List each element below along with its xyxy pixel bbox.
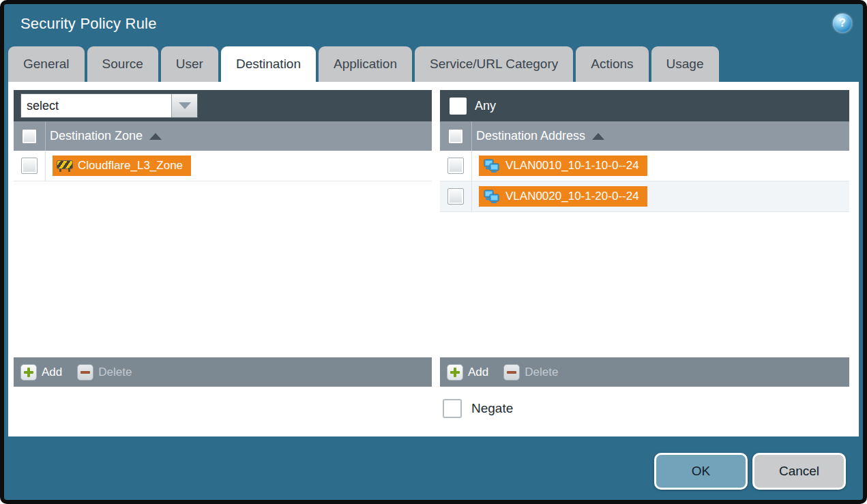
zone-item[interactable]: Cloudflare_L3_Zone bbox=[53, 155, 191, 176]
tab-application[interactable]: Application bbox=[319, 46, 412, 82]
address-row-checkbox[interactable] bbox=[447, 188, 464, 205]
address-column-header: Destination Address bbox=[440, 121, 849, 151]
sort-ascending-icon[interactable] bbox=[592, 133, 604, 140]
address-delete-button[interactable]: Delete bbox=[503, 364, 558, 381]
tab-usage[interactable]: Usage bbox=[651, 46, 719, 82]
zone-panel-footer: Add Delete bbox=[14, 357, 432, 387]
panels: select Destination Zone bbox=[8, 82, 859, 387]
zone-add-label: Add bbox=[42, 366, 62, 379]
destination-zone-panel: select Destination Zone bbox=[14, 90, 432, 387]
zone-icon bbox=[57, 160, 72, 172]
cancel-button[interactable]: Cancel bbox=[752, 453, 846, 490]
zone-select-value: select bbox=[21, 94, 171, 117]
tab-general[interactable]: General bbox=[8, 46, 85, 82]
negate-row: Negate bbox=[443, 399, 859, 418]
plus-icon bbox=[20, 364, 37, 381]
tab-service-url-category[interactable]: Service/URL Category bbox=[415, 46, 573, 82]
zone-select-all-checkbox[interactable] bbox=[22, 129, 37, 144]
tab-source[interactable]: Source bbox=[87, 46, 158, 82]
tab-destination[interactable]: Destination bbox=[221, 46, 316, 82]
address-row-checkbox-cell bbox=[440, 151, 472, 181]
address-item[interactable]: VLAN0020_10-1-20-0--24 bbox=[479, 186, 647, 207]
zone-select-dropdown-button[interactable] bbox=[171, 94, 197, 117]
zone-row-checkbox-cell bbox=[14, 151, 46, 181]
zone-panel-header: select bbox=[14, 90, 432, 121]
address-row[interactable]: VLAN0020_10-1-20-0--24 bbox=[440, 181, 849, 212]
zone-column-header: Destination Zone bbox=[14, 121, 432, 151]
negate-label: Negate bbox=[471, 401, 513, 416]
tab-content-destination: select Destination Zone bbox=[8, 82, 859, 436]
zone-select-all-cell bbox=[14, 121, 46, 151]
zone-delete-label: Delete bbox=[98, 366, 132, 379]
security-policy-rule-dialog: Security Policy Rule ? General Source Us… bbox=[4, 4, 863, 500]
zone-add-button[interactable]: Add bbox=[20, 364, 62, 381]
address-panel-footer: Add Delete bbox=[440, 357, 849, 387]
dialog-outer-frame: Security Policy Rule ? General Source Us… bbox=[0, 0, 867, 504]
destination-address-panel: Any Destination Address bbox=[440, 90, 849, 387]
minus-icon bbox=[77, 364, 93, 381]
any-toggle: Any bbox=[447, 98, 496, 115]
chevron-down-icon bbox=[179, 102, 191, 109]
help-icon[interactable]: ? bbox=[833, 14, 852, 33]
zone-delete-button[interactable]: Delete bbox=[77, 364, 132, 381]
address-icon bbox=[484, 159, 500, 173]
address-row-checkbox-cell bbox=[440, 181, 472, 211]
address-delete-label: Delete bbox=[525, 366, 558, 379]
address-select-all-checkbox[interactable] bbox=[448, 129, 463, 144]
title-bar: Security Policy Rule ? bbox=[4, 4, 863, 44]
any-checkbox[interactable] bbox=[450, 98, 467, 115]
address-column-title[interactable]: Destination Address bbox=[472, 129, 604, 143]
zone-row-checkbox[interactable] bbox=[21, 158, 38, 174]
negate-checkbox[interactable] bbox=[443, 399, 462, 418]
dialog-footer: OK Cancel bbox=[4, 436, 863, 500]
address-icon bbox=[484, 190, 500, 203]
zone-row[interactable]: Cloudflare_L3_Zone bbox=[14, 151, 432, 181]
zone-column-title[interactable]: Destination Zone bbox=[46, 129, 162, 143]
zone-select-dropdown[interactable]: select bbox=[20, 93, 198, 118]
address-panel-header: Any bbox=[440, 90, 849, 121]
address-select-all-cell bbox=[440, 121, 472, 151]
zone-item-label: Cloudflare_L3_Zone bbox=[78, 159, 183, 173]
tab-bar: General Source User Destination Applicat… bbox=[4, 44, 863, 82]
address-row-checkbox[interactable] bbox=[447, 158, 464, 174]
address-add-button[interactable]: Add bbox=[447, 364, 488, 381]
any-label: Any bbox=[475, 99, 496, 113]
dialog-title: Security Policy Rule bbox=[4, 15, 157, 33]
tab-user[interactable]: User bbox=[161, 46, 218, 82]
address-column-label: Destination Address bbox=[476, 129, 585, 143]
zone-column-label: Destination Zone bbox=[50, 129, 143, 143]
address-item[interactable]: VLAN0010_10-1-10-0--24 bbox=[479, 155, 647, 176]
zone-list: Cloudflare_L3_Zone bbox=[14, 151, 432, 357]
address-item-label: VLAN0020_10-1-20-0--24 bbox=[505, 190, 639, 203]
plus-icon bbox=[447, 364, 463, 381]
address-item-label: VLAN0010_10-1-10-0--24 bbox=[505, 159, 639, 173]
minus-icon bbox=[503, 364, 520, 381]
ok-button[interactable]: OK bbox=[654, 453, 748, 490]
sort-ascending-icon[interactable] bbox=[149, 133, 162, 140]
tab-actions[interactable]: Actions bbox=[576, 46, 648, 82]
help-glyph: ? bbox=[839, 17, 846, 29]
address-row[interactable]: VLAN0010_10-1-10-0--24 bbox=[440, 151, 849, 181]
address-add-label: Add bbox=[468, 366, 488, 379]
address-list: VLAN0010_10-1-10-0--24 bbox=[440, 151, 849, 357]
